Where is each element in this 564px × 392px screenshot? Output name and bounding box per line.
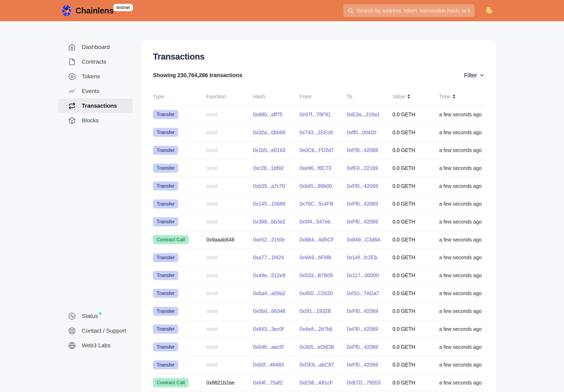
sidebar-item-dashboard[interactable]: Dashboard bbox=[58, 40, 133, 55]
hash-link[interactable]: 0xe52...2150c bbox=[253, 237, 300, 243]
hash-link[interactable]: 0x1b5...e0163 bbox=[253, 147, 300, 153]
hash-link[interactable]: 0x145...15689 bbox=[253, 201, 300, 207]
brand-logo[interactable]: Chainlens bbox=[60, 0, 114, 21]
type-badge: Transfer bbox=[153, 271, 178, 280]
from-address-link[interactable]: 0x0C6...FD2d7 bbox=[300, 147, 347, 153]
type-badge: Contract Call bbox=[153, 378, 189, 387]
transaction-count: Showing 230,764,286 transactions bbox=[153, 72, 242, 79]
sort-icon[interactable] bbox=[407, 94, 410, 99]
chevron-down-icon bbox=[479, 73, 484, 78]
hash-link[interactable]: 0x0bd...66346 bbox=[253, 308, 300, 314]
to-address-link[interactable]: 0xff0...00420 bbox=[347, 129, 393, 135]
type-badge: Transfer bbox=[153, 128, 178, 137]
hash-link[interactable]: 0xc28...1bf92 bbox=[253, 165, 300, 171]
cube-icon bbox=[68, 117, 76, 124]
testnet-badge: testnet bbox=[113, 4, 133, 11]
time-cell: a few seconds ago bbox=[439, 237, 484, 243]
hash-link[interactable]: 0x680...aff75 bbox=[253, 112, 300, 117]
from-address-link[interactable]: 0x533...B7B09 bbox=[300, 272, 347, 278]
from-address-link[interactable]: 0xe96...f6C73 bbox=[300, 165, 347, 171]
from-address-link[interactable]: 0x9A9...bF6fb bbox=[300, 254, 347, 260]
function-cell: send bbox=[206, 362, 253, 368]
to-address-link[interactable]: 0xfF0...22169 bbox=[347, 165, 393, 171]
table-row: Transfer send 0x1b5...e0163 0x0C6...FD2d… bbox=[153, 141, 484, 159]
function-cell: 0x9aaab648 bbox=[206, 237, 253, 243]
hash-link[interactable]: 0xb35...a7c70 bbox=[253, 183, 300, 189]
sidebar-item-events[interactable]: Events bbox=[58, 84, 133, 98]
hash-link[interactable]: 0x6a4...a09a2 bbox=[253, 290, 300, 296]
from-address-link[interactable]: 0x76C...5c4FB bbox=[300, 201, 347, 207]
from-address-link[interactable]: 0x6B4...Ad5CF bbox=[300, 237, 347, 243]
value-cell: 0.0 GETH bbox=[393, 362, 439, 368]
to-address-link[interactable]: 0xFf0...42069 bbox=[347, 219, 393, 225]
to-address-link[interactable]: 0xFf0...42069 bbox=[347, 147, 393, 153]
filter-button[interactable]: Filter bbox=[464, 72, 484, 79]
sidebar-item-transactions[interactable]: Transactions bbox=[58, 98, 133, 113]
from-address-link[interactable]: 0x5f1...1932B bbox=[300, 308, 347, 314]
hash-link[interactable]: 0x398...bb3e2 bbox=[253, 219, 300, 225]
to-address-link[interactable]: 0x117...00000 bbox=[347, 272, 393, 278]
from-address-link[interactable]: 0x97f...78F91 bbox=[300, 112, 347, 117]
sort-icon[interactable] bbox=[453, 94, 455, 99]
chainlens-logo-icon bbox=[60, 4, 73, 17]
from-address-link[interactable]: 0x743...1EEc9 bbox=[300, 129, 347, 135]
to-address-link[interactable]: 0xFf0...42069 bbox=[347, 362, 393, 368]
sidebar-item-contracts[interactable]: Contracts bbox=[58, 55, 133, 69]
hash-link[interactable]: 0x49e...512e9 bbox=[253, 272, 300, 278]
from-address-link[interactable]: 0x4eA...2b7b6 bbox=[300, 326, 347, 332]
sidebar-item-tokens[interactable]: Tokens bbox=[58, 69, 133, 84]
to-address-link[interactable]: 0xFf0...42069 bbox=[347, 183, 393, 189]
type-badge: Transfer bbox=[153, 164, 178, 173]
lifebuoy-icon bbox=[68, 327, 76, 335]
sidebar-item-contact-support[interactable]: Contact / Support bbox=[58, 323, 133, 338]
function-cell: send bbox=[206, 147, 253, 153]
from-address-link[interactable]: 0xE58...A81cF bbox=[300, 380, 347, 386]
to-address-link[interactable]: 0x1Af...fc2Eb bbox=[347, 254, 393, 260]
transactions-panel: Transactions Showing 230,764,286 transac… bbox=[141, 40, 496, 392]
to-address-link[interactable]: 0xFf0...42069 bbox=[347, 326, 393, 332]
table-row: Contract Call 0x8821b2ae 0x64f...75af2 0… bbox=[153, 374, 484, 392]
table-row: Transfer send 0x49e...512e9 0x533...B7B0… bbox=[153, 266, 484, 284]
to-address-link[interactable]: 0xf10...7ADa7 bbox=[347, 290, 393, 296]
hash-link[interactable]: 0x32a...0bb69 bbox=[253, 129, 300, 135]
table-row: Transfer send 0x6a4...a09a2 0x450...C262… bbox=[153, 284, 484, 302]
function-cell: send bbox=[206, 272, 253, 278]
type-badge: Transfer bbox=[153, 110, 178, 119]
token-icon bbox=[68, 73, 76, 80]
from-address-link[interactable]: 0xDE6...abC87 bbox=[300, 362, 347, 368]
to-address-link[interactable]: 0xFf0...42069 bbox=[347, 308, 393, 314]
table-row: Transfer send 0x145...15689 0x76C...5c4F… bbox=[153, 195, 484, 213]
from-address-link[interactable]: 0x305...eDbDB bbox=[300, 344, 347, 350]
type-badge: Transfer bbox=[153, 342, 178, 351]
search-input[interactable] bbox=[357, 8, 470, 14]
dark-mode-toggle[interactable] bbox=[484, 5, 494, 16]
time-cell: a few seconds ago bbox=[439, 326, 484, 332]
sidebar-item-web3-labs[interactable]: Web3 Labs bbox=[58, 338, 133, 353]
to-address-link[interactable]: 0x849...C3d8A bbox=[347, 237, 393, 243]
hash-link[interactable]: 0xb0f...46483 bbox=[253, 362, 300, 368]
sidebar-item-blocks[interactable]: Blocks bbox=[58, 113, 133, 128]
from-address-link[interactable]: 0xb95...89b00 bbox=[300, 183, 347, 189]
to-address-link[interactable]: 0xE3a...219a1 bbox=[347, 112, 393, 117]
home-icon bbox=[68, 43, 76, 51]
to-address-link[interactable]: 0xFf0...42069 bbox=[347, 344, 393, 350]
type-badge: Transfer bbox=[153, 324, 178, 334]
hash-link[interactable]: 0xa77...1f424 bbox=[253, 254, 300, 260]
sidebar-item-status[interactable]: Status bbox=[58, 309, 133, 323]
type-badge: Transfer bbox=[153, 217, 178, 226]
to-address-link[interactable]: 0xFf0...42069 bbox=[347, 201, 393, 207]
hash-link[interactable]: 0x64f...75af2 bbox=[253, 380, 300, 386]
value-cell: 0.0 GETH bbox=[393, 165, 439, 171]
function-cell: send bbox=[206, 201, 253, 207]
hash-link[interactable]: 0x046...aac5f bbox=[253, 344, 300, 350]
time-cell: a few seconds ago bbox=[439, 147, 484, 153]
type-badge: Transfer bbox=[153, 360, 178, 369]
to-address-link[interactable]: 0xB7D...79553 bbox=[347, 380, 393, 386]
time-cell: a few seconds ago bbox=[439, 201, 484, 207]
search-bar[interactable] bbox=[343, 4, 474, 17]
from-address-link[interactable]: 0x5f4...547eb bbox=[300, 219, 347, 225]
from-address-link[interactable]: 0x450...C2620 bbox=[300, 290, 347, 296]
function-cell: send bbox=[206, 183, 253, 189]
table-row: Transfer send 0xa77...1f424 0x9A9...bF6f… bbox=[153, 249, 484, 267]
hash-link[interactable]: 0x843...3ec0f bbox=[253, 326, 300, 332]
